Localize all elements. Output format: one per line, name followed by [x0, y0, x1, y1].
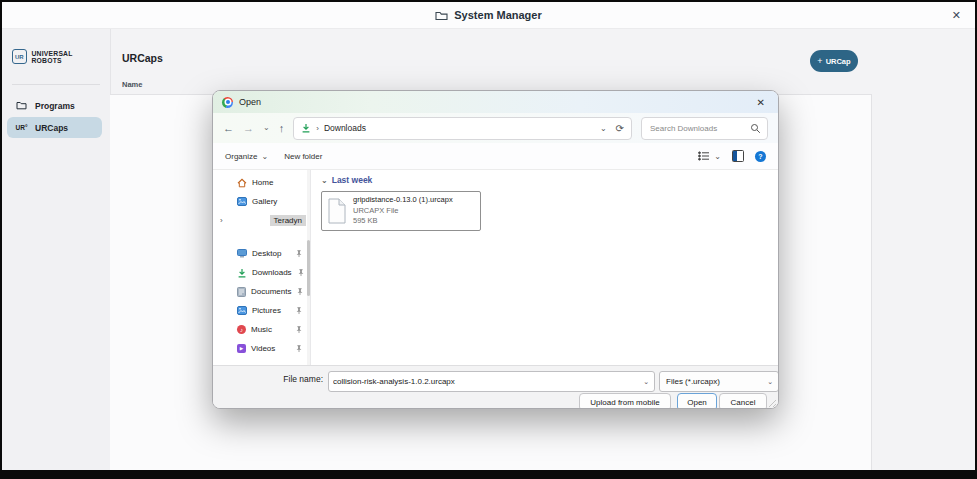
- nav-item-documents[interactable]: Documents: [213, 282, 310, 301]
- universal-robots-logo: UR UNIVERSAL ROBOTS: [2, 29, 110, 64]
- scrollbar-thumb[interactable]: [307, 240, 310, 296]
- brand-name: UNIVERSAL ROBOTS: [32, 50, 103, 64]
- nav-item-home[interactable]: Home: [213, 173, 310, 192]
- nav-item-desktop[interactable]: Desktop: [213, 244, 310, 263]
- file-type: URCAPX File: [353, 206, 453, 217]
- nav-item-label: Documents: [251, 287, 291, 296]
- organize-button[interactable]: Organize ⌄: [225, 152, 268, 161]
- sidebar-item-label: Programs: [35, 101, 75, 111]
- upload-from-mobile-button[interactable]: Upload from mobile: [579, 393, 671, 409]
- file-name: gripdistance-0.13.0 (1).urcapx: [353, 195, 453, 206]
- file-size: 595 KB: [353, 216, 453, 227]
- back-button[interactable]: ←: [223, 123, 234, 134]
- file-item[interactable]: gripdistance-0.13.0 (1).urcapx URCAPX Fi…: [321, 191, 481, 231]
- breadcrumb-chevron-icon: ›: [316, 124, 319, 133]
- dialog-toolbar: Organize ⌄ New folder ⌄ ?: [213, 143, 778, 170]
- nav-item-drive[interactable]: › Teradyn: [213, 211, 310, 230]
- app-sidebar: UR UNIVERSAL ROBOTS Programs UR° URCaps: [2, 29, 111, 470]
- app-window: System Manager ✕ UR UNIVERSAL ROBOTS Pro…: [2, 2, 975, 470]
- sidebar-item-label: URCaps: [35, 123, 68, 133]
- chevron-down-icon: ⌄: [261, 152, 268, 161]
- file-type-select[interactable]: Files (*.urcapx) ⌄: [659, 371, 779, 392]
- nav-item-downloads[interactable]: Downloads: [213, 263, 310, 282]
- nav-pane-gap: [213, 230, 310, 244]
- programs-folder-icon: [15, 101, 28, 110]
- forward-button[interactable]: →: [243, 123, 254, 134]
- pin-icon: [295, 306, 303, 315]
- help-icon: ?: [755, 151, 766, 162]
- chevron-down-icon[interactable]: ⌄: [638, 378, 654, 386]
- downloads-icon: [237, 268, 247, 278]
- preview-pane-icon: [732, 150, 744, 162]
- page-title: URCaps: [122, 52, 163, 64]
- chevron-down-icon: ⌄: [321, 176, 328, 185]
- nav-item-gallery[interactable]: Gallery: [213, 192, 310, 211]
- add-urcap-button[interactable]: + URCap: [810, 50, 858, 72]
- help-button[interactable]: ?: [755, 151, 766, 162]
- nav-item-label: Pictures: [252, 306, 281, 315]
- dialog-close-button[interactable]: ✕: [753, 97, 769, 108]
- group-label: Last week: [332, 175, 373, 185]
- file-icon: [327, 198, 347, 224]
- file-list-pane: ⌄ Last week gripdistance-0.13.0 (1).urca…: [311, 170, 778, 365]
- documents-icon: [237, 287, 246, 297]
- nav-item-videos[interactable]: ▶ Videos: [213, 339, 310, 358]
- address-location: Downloads: [324, 123, 366, 133]
- nav-item-label: Downloads: [252, 268, 292, 277]
- nav-item-pictures[interactable]: Pictures: [213, 301, 310, 320]
- search-box: [641, 117, 768, 140]
- file-type-value: Files (*.urcapx): [666, 377, 720, 386]
- urcap-icon: UR°: [15, 124, 28, 131]
- browser-app-icon: [222, 97, 233, 108]
- recent-locations-button[interactable]: ⌄: [263, 124, 270, 132]
- refresh-button[interactable]: ⟳: [616, 123, 624, 134]
- window-close-button[interactable]: ✕: [952, 7, 961, 23]
- file-name-input[interactable]: [329, 377, 638, 386]
- window-title-group: System Manager: [435, 9, 541, 21]
- sidebar-item-urcaps[interactable]: UR° URCaps: [7, 117, 102, 138]
- group-header-last-week[interactable]: ⌄ Last week: [321, 175, 768, 185]
- nav-item-label: Desktop: [252, 249, 281, 258]
- plus-icon: +: [817, 56, 822, 66]
- dialog-navbar: ← → ⌄ ↑ › Downloads ⌄ ⟳: [213, 113, 778, 143]
- file-name-combo: ⌄: [328, 371, 655, 392]
- new-folder-button[interactable]: New folder: [284, 152, 322, 161]
- window-title: System Manager: [454, 9, 541, 21]
- nav-pane-scrollbar[interactable]: [307, 170, 310, 365]
- nav-item-label: Gallery: [252, 197, 277, 206]
- pin-icon: [295, 344, 303, 353]
- add-urcap-label: URCap: [826, 57, 851, 66]
- organize-label: Organize: [225, 152, 257, 161]
- music-icon: ♪: [237, 325, 246, 334]
- dialog-body: Home Gallery › Teradyn Des: [213, 170, 778, 365]
- address-dropdown-chevron-icon[interactable]: ⌄: [600, 124, 607, 133]
- expand-chevron-icon[interactable]: ›: [220, 216, 223, 225]
- preview-pane-button[interactable]: [732, 150, 744, 162]
- chevron-down-icon: ⌄: [762, 378, 778, 386]
- sidebar-item-programs[interactable]: Programs: [7, 95, 102, 116]
- pictures-icon: [237, 306, 247, 315]
- new-folder-label: New folder: [284, 152, 322, 161]
- pin-icon: [295, 325, 303, 334]
- dialog-title: Open: [239, 97, 261, 107]
- open-button[interactable]: Open: [677, 393, 717, 409]
- pin-icon: [296, 287, 304, 296]
- view-options-button[interactable]: ⌄: [698, 151, 721, 161]
- downloads-icon: [301, 123, 311, 133]
- pin-icon: [295, 249, 303, 258]
- address-bar[interactable]: › Downloads ⌄ ⟳: [293, 117, 632, 140]
- videos-icon: ▶: [237, 344, 246, 353]
- nav-item-label: Videos: [251, 344, 275, 353]
- column-header-name: Name: [122, 80, 142, 89]
- search-input[interactable]: [648, 123, 750, 134]
- open-file-dialog: Open ✕ ← → ⌄ ↑ › Downloads ⌄ ⟳: [212, 90, 779, 409]
- dialog-titlebar: Open ✕: [213, 91, 778, 113]
- up-button[interactable]: ↑: [279, 123, 285, 134]
- pin-icon: [297, 268, 305, 277]
- search-icon: [750, 123, 761, 134]
- resize-grip[interactable]: [769, 400, 776, 407]
- drive-tooltip: Teradyn: [270, 215, 306, 226]
- nav-item-music[interactable]: ♪ Music: [213, 320, 310, 339]
- cancel-button[interactable]: Cancel: [719, 393, 767, 409]
- gallery-icon: [237, 197, 247, 206]
